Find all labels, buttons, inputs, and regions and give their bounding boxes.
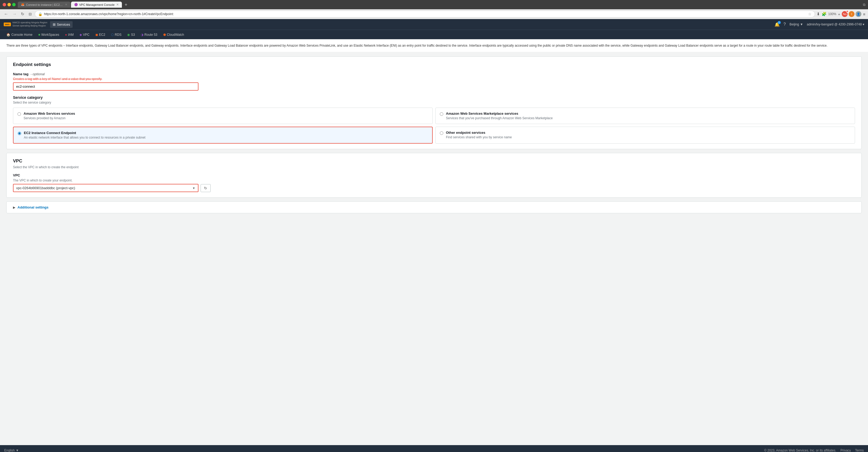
nav-cloudwatch[interactable]: ⬢ CloudWatch bbox=[161, 31, 187, 39]
footer-privacy-link[interactable]: Privacy bbox=[840, 449, 851, 452]
lock-icon: 🔒 bbox=[38, 12, 42, 16]
nav-workspaces[interactable]: ■ WorkSpaces bbox=[35, 31, 62, 39]
service-category-desc: Select the service category bbox=[13, 101, 855, 104]
download-icon[interactable]: ⬇ bbox=[816, 12, 820, 17]
language-label: English bbox=[4, 449, 14, 452]
close-button[interactable] bbox=[3, 3, 6, 6]
profile-icon-red[interactable]: No1 bbox=[842, 11, 847, 17]
topbar-right: 🔔1 ? Beijing ▼ admin/lxy-lsengard @ 4200… bbox=[774, 22, 864, 27]
tab-close-ec2[interactable]: ✕ bbox=[65, 3, 67, 6]
nav-home[interactable]: ⊟ bbox=[27, 11, 33, 17]
tab-close-vpc[interactable]: ✕ bbox=[116, 3, 119, 6]
vpc-select[interactable]: vpc-0264b66901badddbc (project-vpc) bbox=[13, 184, 198, 191]
route53-icon: ◑ bbox=[141, 33, 143, 36]
tab-ec2-connect[interactable]: 🦊 Connect to instance | EC2 | cn-... ✕ bbox=[18, 2, 70, 8]
footer: English ▼ © 2023, Amazon Web Services, I… bbox=[0, 445, 868, 452]
additional-settings-arrow: ▶ bbox=[13, 206, 16, 209]
browser-tabs: 🦊 Connect to instance | EC2 | cn-... ✕ 🟣… bbox=[18, 2, 861, 8]
new-tab-button[interactable]: + bbox=[122, 2, 130, 8]
aws-services-title: Amazon Web Services services bbox=[24, 112, 75, 116]
s3-icon: ◉ bbox=[127, 33, 130, 36]
browser-nav-bar: ← → ↻ ⊟ 🔒 ☆ ⬇ 🧩 100% + No1 I 👤 ≡ bbox=[0, 9, 868, 19]
tab-icon-ec2: 🦊 bbox=[21, 3, 25, 6]
nav-route53[interactable]: ◑ Route 53 bbox=[138, 31, 160, 39]
zoom-plus[interactable]: + bbox=[838, 12, 840, 17]
other-services-desc: Find services shared with you by service… bbox=[446, 135, 512, 139]
nav-forward[interactable]: → bbox=[11, 11, 18, 17]
aws-logo-box: aws bbox=[4, 23, 11, 26]
ec2-connect-content: EC2 Instance Connect Endpoint An elastic… bbox=[24, 131, 146, 139]
marketplace-desc: Services that you've purchased through A… bbox=[446, 116, 553, 120]
nav-back[interactable]: ← bbox=[3, 11, 9, 17]
user-menu[interactable]: admin/lxy-lsengard @ 4200-2996-0748 ▾ bbox=[807, 23, 864, 26]
service-category-title: Service category bbox=[13, 95, 855, 100]
radio-marketplace[interactable] bbox=[440, 112, 443, 116]
category-marketplace[interactable]: Amazon Web Services Marketplace services… bbox=[435, 108, 855, 124]
tab-vpc-console[interactable]: 🟣 VPC Management Console ✕ bbox=[71, 2, 122, 8]
region-selector[interactable]: Beijing ▼ bbox=[789, 23, 803, 26]
browser-chrome: 🦊 Connect to instance | EC2 | cn-... ✕ 🟣… bbox=[0, 0, 868, 19]
nav-refresh[interactable]: ↻ bbox=[20, 11, 26, 17]
profile-icon-orange[interactable]: I bbox=[849, 11, 855, 17]
name-tag-label: Name tag - optional bbox=[13, 72, 855, 76]
notification-bell[interactable]: 🔔1 bbox=[774, 22, 780, 27]
nav-iam[interactable]: ● IAM bbox=[62, 31, 76, 39]
ec2-icon: ◼ bbox=[95, 33, 98, 36]
home-icon: 🏠 bbox=[6, 33, 10, 36]
footer-language[interactable]: English ▼ bbox=[4, 449, 19, 452]
window-expand[interactable]: ⧉ bbox=[863, 3, 865, 7]
bookmark-icon[interactable]: ☆ bbox=[808, 12, 812, 16]
footer-right: © 2023, Amazon Web Services, Inc. or its… bbox=[764, 449, 864, 452]
tab-label-ec2: Connect to instance | EC2 | cn-... bbox=[26, 3, 63, 6]
service-category-field: Service category Select the service cate… bbox=[13, 95, 855, 144]
name-tag-input[interactable] bbox=[13, 82, 198, 91]
footer-terms-link[interactable]: Terms bbox=[855, 449, 864, 452]
category-ec2-connect[interactable]: EC2 Instance Connect Endpoint An elastic… bbox=[13, 127, 433, 144]
radio-aws-services[interactable] bbox=[18, 112, 21, 116]
tab-icon-vpc: 🟣 bbox=[74, 3, 78, 6]
vpc-section: VPC Select the VPC in which to create th… bbox=[6, 153, 862, 198]
radio-ec2-connect[interactable] bbox=[18, 132, 21, 135]
minimize-button[interactable] bbox=[7, 3, 11, 6]
marketplace-title: Amazon Web Services Marketplace services bbox=[446, 112, 553, 116]
nav-vpc[interactable]: ◆ VPC bbox=[77, 31, 92, 39]
help-icon[interactable]: ? bbox=[783, 22, 786, 27]
vpc-section-desc: Select the VPC in which to create the en… bbox=[13, 165, 855, 169]
vpc-select-row: vpc-0264b66901badddbc (project-vpc) ▼ ↻ bbox=[13, 184, 855, 192]
menu-icon[interactable]: ≡ bbox=[863, 12, 865, 17]
other-services-title: Other endpoint services bbox=[446, 131, 512, 134]
nav-rds[interactable]: ⬡ RDS bbox=[108, 31, 124, 39]
iam-icon: ● bbox=[65, 33, 67, 36]
name-tag-desc: Creates a tag with a key of 'Name' and a… bbox=[13, 77, 855, 81]
category-aws-services[interactable]: Amazon Web Services services Services pr… bbox=[13, 108, 433, 124]
rds-icon: ⬡ bbox=[111, 33, 114, 36]
workspaces-icon: ■ bbox=[38, 33, 40, 36]
nav-console-home[interactable]: 🏠 Console Home bbox=[4, 31, 35, 39]
aws-logo: aws NWCD operating Ningxia Region Sinnet… bbox=[4, 21, 48, 27]
vpc-field: VPC The VPC in which to create your endp… bbox=[13, 173, 855, 192]
profile-icon-user[interactable]: 👤 bbox=[856, 11, 861, 17]
nav-s3[interactable]: ◉ S3 bbox=[125, 31, 137, 39]
cloudwatch-icon: ⬢ bbox=[163, 33, 166, 36]
ec2-connect-title: EC2 Instance Connect Endpoint bbox=[24, 131, 146, 135]
services-label: Services bbox=[57, 23, 70, 27]
address-bar[interactable]: 🔒 ☆ bbox=[35, 10, 815, 18]
ec2-connect-desc: An elastic network interface that allows… bbox=[24, 135, 146, 139]
category-other-services[interactable]: Other endpoint services Find services sh… bbox=[435, 127, 855, 144]
brand-line2: Sinnet operating Beijing Region bbox=[12, 24, 48, 28]
aws-topbar: aws NWCD operating Ningxia Region Sinnet… bbox=[0, 19, 868, 30]
radio-other-services[interactable] bbox=[440, 131, 443, 135]
aws-services-content: Amazon Web Services services Services pr… bbox=[24, 112, 75, 120]
maximize-button[interactable] bbox=[12, 3, 16, 6]
aws-services-desc: Services provided by Amazon bbox=[24, 116, 75, 120]
other-services-content: Other endpoint services Find services sh… bbox=[446, 131, 512, 139]
services-button[interactable]: ⊞ Services bbox=[50, 21, 73, 28]
footer-copyright: © 2023, Amazon Web Services, Inc. or its… bbox=[764, 449, 836, 452]
additional-settings-section[interactable]: ▶ Additional settings bbox=[6, 201, 862, 213]
nav-ec2[interactable]: ◼ EC2 bbox=[93, 31, 108, 39]
extensions-icon[interactable]: 🧩 bbox=[822, 12, 827, 17]
url-input[interactable] bbox=[44, 12, 807, 16]
aws-brand: NWCD operating Ningxia Region Sinnet ope… bbox=[12, 21, 48, 27]
name-tag-field: Name tag - optional Creates a tag with a… bbox=[13, 72, 855, 91]
vpc-refresh-button[interactable]: ↻ bbox=[200, 184, 211, 192]
